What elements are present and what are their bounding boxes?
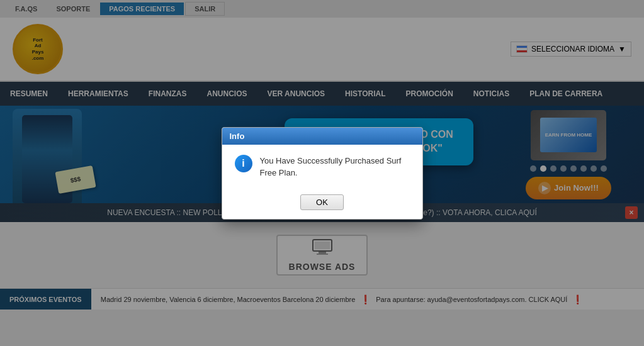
- info-dialog: Info i You Have Successfully Purchased S…: [222, 127, 423, 220]
- dialog-title: Info: [230, 131, 245, 141]
- dialog-body: i You Have Successfully Purchased Surf F…: [222, 145, 422, 189]
- dialog-info-icon: i: [235, 155, 252, 172]
- info-icon-symbol: i: [242, 158, 244, 169]
- dialog-overlay: Info i You Have Successfully Purchased S…: [0, 0, 644, 346]
- dialog-message: You Have Successfully Purchased Surf Fre…: [260, 155, 410, 179]
- dialog-titlebar: Info: [222, 128, 422, 145]
- dialog-footer: OK: [222, 189, 422, 219]
- dialog-ok-button[interactable]: OK: [300, 194, 344, 210]
